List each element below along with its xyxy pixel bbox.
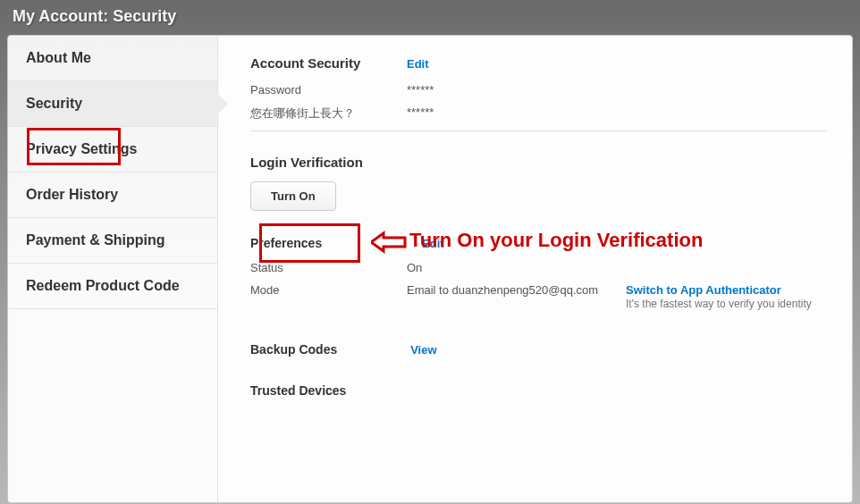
backup-codes-view-link[interactable]: View: [410, 343, 436, 357]
login-verification-heading: Login Verification: [250, 155, 363, 170]
sidebar-item-redeem-code[interactable]: Redeem Product Code: [8, 264, 217, 309]
sidebar-item-order-history[interactable]: Order History: [8, 172, 217, 218]
content-area: Account Security Edit Password ****** 您在…: [218, 36, 852, 502]
sidebar-item-payment-shipping[interactable]: Payment & Shipping: [8, 218, 217, 264]
password-value: ******: [407, 83, 827, 97]
sidebar-item-security[interactable]: Security: [8, 81, 217, 127]
sidebar-item-privacy-settings[interactable]: Privacy Settings: [8, 127, 217, 172]
main-panel: About Me Security Privacy Settings Order…: [7, 35, 853, 503]
trusted-devices-heading: Trusted Devices: [250, 383, 827, 398]
backup-codes-heading: Backup Codes: [250, 342, 337, 357]
password-label: Password: [250, 83, 407, 97]
security-question-value: ******: [407, 105, 827, 122]
preferences-heading: Preferences: [250, 236, 322, 250]
switch-authenticator-link[interactable]: Switch to App Authenticator: [626, 283, 827, 297]
mode-label: Mode: [250, 283, 407, 297]
sidebar: About Me Security Privacy Settings Order…: [8, 36, 218, 502]
divider: [250, 130, 827, 131]
page-title: My Account: Security: [0, 0, 860, 35]
security-question-label: 您在哪條街上長大？: [250, 105, 407, 122]
sidebar-item-about-me[interactable]: About Me: [8, 36, 217, 81]
switch-authenticator-sub: It's the fastest way to verify you ident…: [626, 298, 812, 310]
status-value: On: [407, 261, 626, 274]
account-security-heading: Account Security: [250, 55, 407, 71]
status-label: Status: [250, 261, 407, 274]
account-security-edit-link[interactable]: Edit: [407, 57, 429, 71]
preferences-edit-link[interactable]: Edit: [422, 237, 444, 250]
turn-on-button[interactable]: Turn On: [250, 181, 336, 211]
mode-value: Email to duanzhenpeng520@qq.com: [407, 283, 626, 297]
